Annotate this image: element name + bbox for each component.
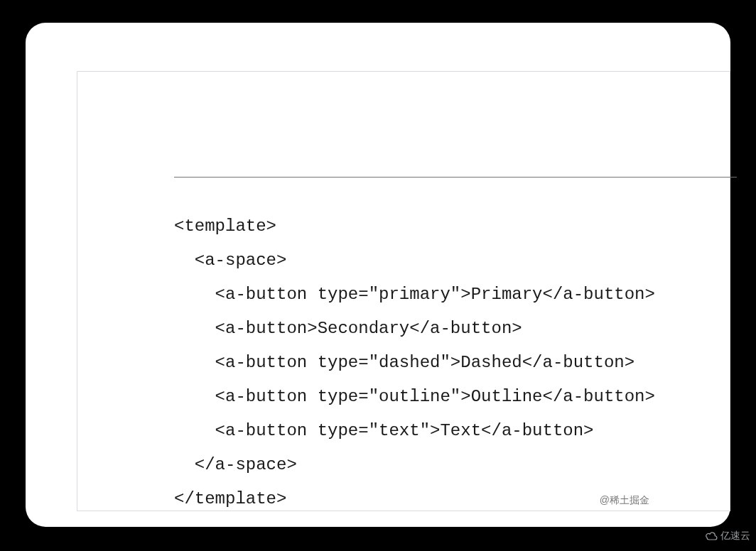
outer-card: <template> <a-space> <a-button type="pri… (26, 23, 730, 527)
watermark-yisu: 亿速云 (705, 530, 750, 542)
code-block: <template> <a-space> <a-button type="pri… (174, 209, 742, 516)
inner-card: <template> <a-space> <a-button type="pri… (77, 71, 730, 511)
watermark-juejin: @稀土掘金 (600, 494, 649, 507)
horizontal-rule (174, 177, 737, 178)
watermark-yisu-text: 亿速云 (720, 530, 750, 542)
cloud-icon (705, 530, 718, 542)
